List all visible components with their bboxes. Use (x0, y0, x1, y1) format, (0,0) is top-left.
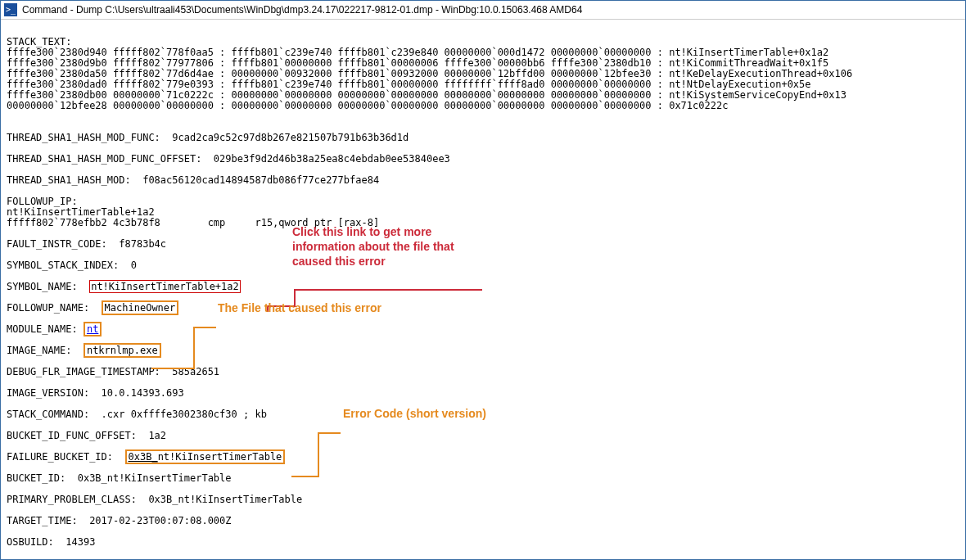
stack-line: 00000000`12bfee28 00000000`00000000 : 00… (7, 100, 728, 111)
sha1-mod: THREAD_SHA1_HASH_MOD: f08ac56120cad14894… (7, 174, 379, 186)
failure-bucket-code: 0x3B_ (129, 451, 158, 463)
annotation-code: Error Code (short version) (343, 406, 486, 421)
followup-name-label: FOLLOWUP_NAME: (7, 302, 102, 314)
titlebar[interactable]: >_ Command - Dump C:\Users\ultraali453\D… (1, 1, 965, 20)
module-name-box: nt (84, 322, 102, 336)
module-name-link[interactable]: nt (87, 323, 98, 335)
windbg-window: >_ Command - Dump C:\Users\ultraali453\D… (0, 0, 966, 560)
stack-line: ffffe300`2380dad0 fffff802`779e0393 : ff… (7, 79, 811, 90)
target-time: TARGET_TIME: 2017-02-23T00:07:08.000Z (7, 515, 232, 526)
annotation-red: Click this link to get more information … (292, 224, 481, 269)
symbol-name-label: SYMBOL_NAME: (7, 281, 89, 292)
sha1-func: THREAD_SHA1_HASH_MOD_FUNC: 9cad2ca9c52c9… (7, 132, 409, 143)
stack-line: ffffe300`2380db00 00000000`71c0222c : 00… (7, 89, 846, 101)
failure-bucket-rest: nt!KiInsertTimerTable (158, 451, 282, 463)
annotation-file: The File that caused this error (218, 300, 381, 315)
stack-text-header: STACK_TEXT: (7, 36, 71, 47)
image-name-label: IMAGE_NAME: (7, 345, 84, 356)
image-name-value: ntkrnlmp.exe (84, 343, 161, 358)
followup-ip-header: FOLLOWUP_IP: (7, 196, 78, 207)
stack-line: ffffe300`2380da50 fffff802`77d6d4ae : 00… (7, 68, 852, 79)
module-name-label: MODULE_NAME: (7, 323, 84, 335)
osbuild: OSBUILD: 14393 (7, 536, 95, 548)
bucket-id-func-offset: BUCKET_ID_FUNC_OFFSET: 1a2 (7, 430, 166, 441)
primary-problem-class: PRIMARY_PROBLEM_CLASS: 0x3B_nt!KiInsertT… (7, 494, 302, 505)
symbol-stack-index: SYMBOL_STACK_INDEX: 0 (7, 260, 137, 271)
failure-bucket-label: FAILURE_BUCKET_ID: (7, 451, 125, 463)
bucket-id: BUCKET_ID: 0x3B_nt!KiInsertTimerTable (7, 472, 232, 484)
followup-name-value: MachineOwner (102, 300, 179, 315)
osservicepack: OSSERVICEPACK: 693 (7, 558, 119, 558)
failure-bucket-box: 0x3B_nt!KiInsertTimerTable (125, 449, 286, 464)
sha1-func-offset: THREAD_SHA1_HASH_MOD_FUNC_OFFSET: 029be3… (7, 153, 450, 165)
followup-ip-1: nt!KiInsertTimerTable+1a2 (7, 206, 155, 218)
image-version: IMAGE_VERSION: 10.0.14393.693 (7, 387, 184, 399)
stack-line: ffffe300`2380d9b0 fffff802`77977806 : ff… (7, 57, 828, 69)
app-icon: >_ (4, 3, 17, 16)
symbol-name-value: nt!KiInsertTimerTable+1a2 (89, 280, 241, 293)
window-title: Command - Dump C:\Users\ultraali453\Docu… (22, 4, 582, 16)
fault-instr: FAULT_INSTR_CODE: f8783b4c (7, 238, 166, 250)
stack-command: STACK_COMMAND: .cxr 0xffffe3002380cf30 ;… (7, 409, 267, 420)
command-output[interactable]: STACK_TEXT: ffffe300`2380d940 fffff802`7… (2, 20, 964, 558)
stack-line: ffffe300`2380d940 fffff802`778f0aa5 : ff… (7, 47, 828, 58)
